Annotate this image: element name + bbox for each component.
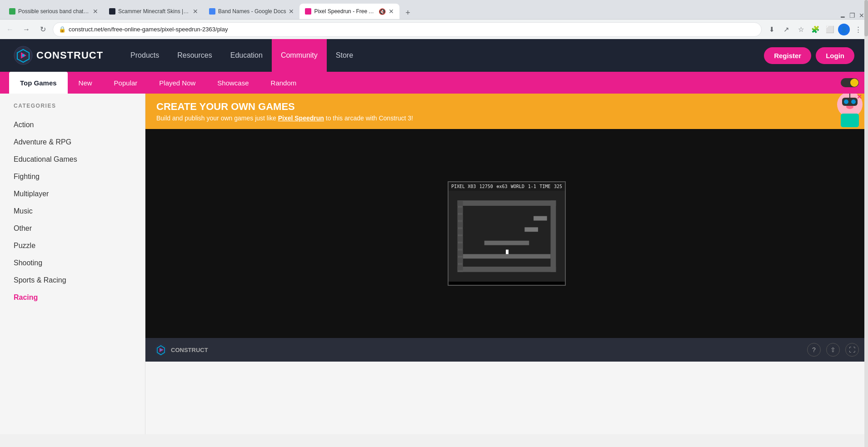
sidebar-item-fighting[interactable]: Fighting — [0, 168, 145, 185]
sidebar-item-racing[interactable]: Racing — [0, 289, 145, 306]
extensions-icon[interactable]: 🧩 — [809, 23, 822, 36]
tab-close-3[interactable]: ✕ — [289, 8, 294, 15]
svg-point-36 — [160, 349, 162, 351]
subnav-random[interactable]: Random — [260, 72, 308, 94]
fullscreen-button[interactable]: ⛶ — [845, 343, 859, 357]
nav-products[interactable]: Products — [121, 39, 168, 72]
tab-title-1: Possible serious band chat - Ch... — [18, 8, 90, 15]
tab-3[interactable]: Band Names - Google Docs ✕ — [204, 4, 299, 19]
game-footer-actions: ? ⇧ ⛶ — [807, 343, 859, 357]
sidebar-item-other[interactable]: Other — [0, 220, 145, 237]
mute-icon[interactable]: 🔇 — [379, 8, 386, 15]
promo-description: Build and publish your own games just li… — [156, 114, 857, 122]
promo-highlight[interactable]: Pixel Speedrun — [278, 114, 324, 122]
address-bar[interactable]: 🔒 construct.net/en/free-online-games/pix… — [53, 22, 762, 37]
svg-point-2 — [22, 54, 25, 57]
tab-1[interactable]: Possible serious band chat - Ch... ✕ — [4, 4, 104, 19]
profile-avatar[interactable]: 👤 — [838, 24, 850, 35]
hud-time-label: TIME — [539, 184, 550, 189]
game-canvas-area[interactable]: PIXEL X03 12750 ⊕x63 WORLD 1-1 TIME 325 — [145, 129, 868, 338]
subnav-popular[interactable]: Popular — [103, 72, 149, 94]
sidebar-item-puzzle[interactable]: Puzzle — [0, 237, 145, 254]
svg-rect-29 — [458, 236, 463, 242]
subnav-showcase[interactable]: Showcase — [206, 72, 259, 94]
minimize-icon[interactable]: 🗕 — [839, 12, 846, 19]
tab-bar: Possible serious band chat - Ch... ✕ Sca… — [0, 0, 868, 19]
website: CONSTRUCT Products Resources Education C… — [0, 39, 868, 434]
game-footer: CONSTRUCT ? ⇧ ⛶ — [145, 338, 868, 362]
tab-2[interactable]: Scammer Minecraft Skins | Nam... ✕ — [104, 4, 204, 19]
tab-close-1[interactable]: ✕ — [93, 8, 98, 15]
sidebar-item-adventure-rpg[interactable]: Adventure & RPG — [0, 134, 145, 151]
svg-rect-19 — [463, 254, 551, 258]
layout-icon[interactable]: ⬜ — [823, 23, 836, 36]
sidebar-item-music[interactable]: Music — [0, 203, 145, 220]
svg-text:✕: ✕ — [857, 94, 862, 100]
svg-rect-30 — [458, 243, 463, 249]
svg-rect-23 — [534, 216, 547, 221]
sub-nav: Top Games New Popular Played Now Showcas… — [0, 72, 868, 94]
url-text: construct.net/en/free-online-games/pixel… — [69, 26, 756, 33]
sidebar-item-educational-games[interactable]: Educational Games — [0, 151, 145, 168]
scrollbar-thumb — [864, 0, 868, 36]
sidebar-item-action[interactable]: Action — [0, 116, 145, 134]
nav-community[interactable]: Community — [272, 39, 327, 72]
tab-title-4: Pixel Speedrun - Free Addic... — [314, 8, 376, 15]
svg-rect-25 — [458, 208, 463, 213]
nav-store[interactable]: Store — [327, 39, 362, 72]
download-icon[interactable]: ⬇ — [765, 23, 778, 36]
svg-rect-28 — [458, 229, 463, 234]
scrollbar[interactable] — [864, 0, 868, 447]
tab-close-2[interactable]: ✕ — [193, 8, 198, 15]
hud-pixel: PIXEL X03 — [451, 184, 476, 189]
share-button[interactable]: ⇧ — [826, 343, 840, 357]
logo[interactable]: CONSTRUCT — [14, 46, 103, 65]
hud-world-label: WORLD — [511, 184, 524, 189]
tab-4[interactable]: Pixel Speedrun - Free Addic... 🔇 ✕ — [299, 4, 399, 19]
svg-rect-24 — [458, 200, 463, 206]
forward-button[interactable]: → — [20, 23, 33, 36]
new-tab-button[interactable]: + — [401, 6, 414, 19]
sidebar-item-multiplayer[interactable]: Multiplayer — [0, 185, 145, 203]
toolbar-actions: ⬇ ↗ ☆ 🧩 ⬜ 👤 ⋮ — [765, 23, 864, 36]
sidebar-item-shooting[interactable]: Shooting — [0, 254, 145, 272]
pixel-game: PIXEL X03 12750 ⊕x63 WORLD 1-1 TIME 325 — [448, 181, 566, 286]
nav-links: Products Resources Education Community S… — [121, 39, 764, 72]
toggle-track[interactable] — [841, 78, 859, 87]
tab-favicon-4 — [305, 8, 311, 15]
game-area: CREATE YOUR OWN GAMES Build and publish … — [145, 94, 868, 434]
main-content: CATEGORIES Action Adventure & RPG Educat… — [0, 94, 868, 434]
restore-icon[interactable]: ❐ — [849, 12, 855, 19]
subnav-new[interactable]: New — [68, 72, 103, 94]
login-button[interactable]: Login — [816, 47, 854, 64]
nav-resources[interactable]: Resources — [168, 39, 221, 72]
bookmark-icon[interactable]: ☆ — [794, 23, 807, 36]
register-button[interactable]: Register — [764, 47, 811, 64]
logo-text: CONSTRUCT — [36, 50, 103, 61]
sidebar: CATEGORIES Action Adventure & RPG Educat… — [0, 94, 145, 434]
tab-title-2: Scammer Minecraft Skins | Nam... — [118, 8, 190, 15]
share-icon[interactable]: ↗ — [780, 23, 793, 36]
promo-banner: CREATE YOUR OWN GAMES Build and publish … — [145, 94, 868, 129]
promo-desc-part2: to this arcade with Construct 3! — [326, 114, 413, 122]
dark-mode-toggle[interactable] — [841, 78, 859, 87]
tab-close-4[interactable]: ✕ — [389, 8, 394, 15]
hud-score: 12750 — [479, 184, 493, 189]
svg-rect-16 — [458, 267, 556, 272]
close-icon[interactable]: ✕ — [859, 12, 864, 19]
footer-logo-text: CONSTRUCT — [171, 347, 208, 353]
sidebar-item-sports-racing[interactable]: Sports & Racing — [0, 272, 145, 289]
game-viewport-svg — [449, 191, 565, 282]
help-button[interactable]: ? — [807, 343, 821, 357]
svg-rect-7 — [841, 114, 859, 127]
browser-toolbar: ← → ↻ 🔒 construct.net/en/free-online-gam… — [0, 19, 868, 39]
refresh-button[interactable]: ↻ — [36, 23, 49, 36]
svg-rect-26 — [458, 215, 463, 220]
mini-logo-icon — [155, 343, 167, 356]
nav-education[interactable]: Education — [221, 39, 272, 72]
back-button[interactable]: ← — [4, 23, 16, 36]
subnav-top-games[interactable]: Top Games — [9, 72, 68, 94]
site-nav: CONSTRUCT Products Resources Education C… — [0, 39, 868, 72]
subnav-played-now[interactable]: Played Now — [148, 72, 206, 94]
menu-icon[interactable]: ⋮ — [852, 23, 864, 36]
